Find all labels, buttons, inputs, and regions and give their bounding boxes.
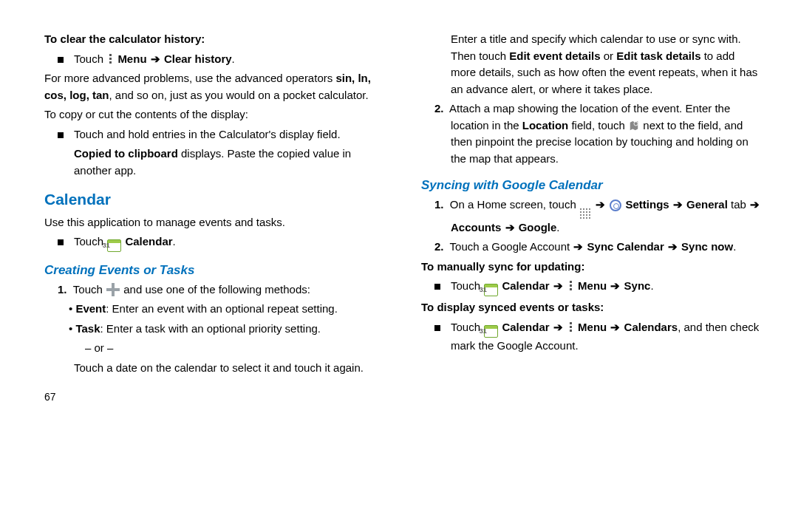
step-2-map: 2. Attach a map showing the location of … bbox=[451, 100, 761, 167]
calendar-intro: Use this application to manage events an… bbox=[44, 214, 384, 231]
menu-icon bbox=[567, 322, 574, 332]
touch-date: Touch a date on the calendar to select i… bbox=[74, 360, 384, 377]
apps-grid-icon bbox=[580, 208, 591, 219]
enter-title-para: Enter a title and specify which calendar… bbox=[451, 31, 761, 98]
advanced-operators-text: For more advanced problems, use the adva… bbox=[44, 70, 384, 103]
display-synced-heading: To display synced events or tasks: bbox=[421, 299, 761, 316]
right-column: Enter a title and specify which calendar… bbox=[421, 30, 761, 408]
arrow-icon: ➔ bbox=[610, 279, 621, 292]
creating-events-heading: Creating Events or Tasks bbox=[44, 261, 384, 280]
square-bullet-icon bbox=[434, 325, 440, 331]
square-bullet-icon bbox=[434, 284, 440, 290]
sync-step-2: 2. Touch a Google Account ➔ Sync Calenda… bbox=[451, 239, 761, 256]
menu-icon bbox=[567, 281, 574, 291]
arrow-icon: ➔ bbox=[573, 240, 584, 253]
copy-cut-heading: To copy or cut the contents of the displ… bbox=[44, 106, 384, 123]
arrow-icon: ➔ bbox=[595, 198, 606, 211]
calendar-icon: 31 bbox=[107, 239, 121, 252]
calendar-icon: 31 bbox=[484, 284, 498, 296]
arrow-icon: ➔ bbox=[667, 240, 678, 253]
plus-icon bbox=[106, 283, 120, 296]
calendar-icon: 31 bbox=[484, 325, 498, 338]
calendar-heading: Calendar bbox=[44, 188, 384, 211]
bullet-touch-calendar: Touch 31 Calendar. bbox=[74, 233, 384, 252]
square-bullet-icon bbox=[58, 57, 64, 63]
settings-gear-icon bbox=[610, 200, 621, 211]
map-pin-icon bbox=[629, 120, 639, 132]
sub-task: • Task: Enter a task with an optional pr… bbox=[85, 321, 384, 338]
svg-point-0 bbox=[634, 121, 638, 125]
bullet-clear-history: Touch Menu ➔ Clear history. bbox=[74, 51, 384, 68]
copied-to-clipboard: Copied to clipboard displays. Paste the … bbox=[74, 146, 384, 179]
manual-sync-heading: To manually sync for updating: bbox=[421, 259, 761, 276]
or-line: – or – bbox=[85, 340, 384, 357]
arrow-icon: ➔ bbox=[610, 321, 621, 333]
sub-event: • Event: Enter an event with an optional… bbox=[85, 301, 384, 318]
arrow-icon: ➔ bbox=[553, 279, 564, 292]
arrow-icon: ➔ bbox=[553, 321, 564, 333]
sync-step-1: 1. On a Home screen, touch ➔ Settings ➔ … bbox=[451, 197, 761, 236]
arrow-icon: ➔ bbox=[749, 198, 760, 211]
page-number: 67 bbox=[44, 389, 384, 405]
arrow-icon: ➔ bbox=[672, 198, 683, 211]
square-bullet-icon bbox=[58, 132, 64, 138]
bullet-display-synced: Touch 31 Calendar ➔ Menu ➔ Calendars, an… bbox=[451, 319, 761, 355]
menu-icon bbox=[107, 54, 114, 64]
arrow-icon: ➔ bbox=[150, 52, 161, 65]
heading-clear-history: To clear the calculator history: bbox=[44, 31, 384, 48]
syncing-heading: Syncing with Google Calendar bbox=[421, 176, 761, 195]
bullet-manual-sync: Touch 31 Calendar ➔ Menu ➔ Sync. bbox=[451, 278, 761, 296]
step-1: 1. Touch and use one of the following me… bbox=[74, 282, 384, 299]
bullet-touch-hold: Touch and hold entries in the Calculator… bbox=[74, 126, 384, 143]
left-column: To clear the calculator history: Touch M… bbox=[44, 30, 384, 408]
square-bullet-icon bbox=[58, 239, 64, 245]
arrow-icon: ➔ bbox=[505, 221, 516, 233]
